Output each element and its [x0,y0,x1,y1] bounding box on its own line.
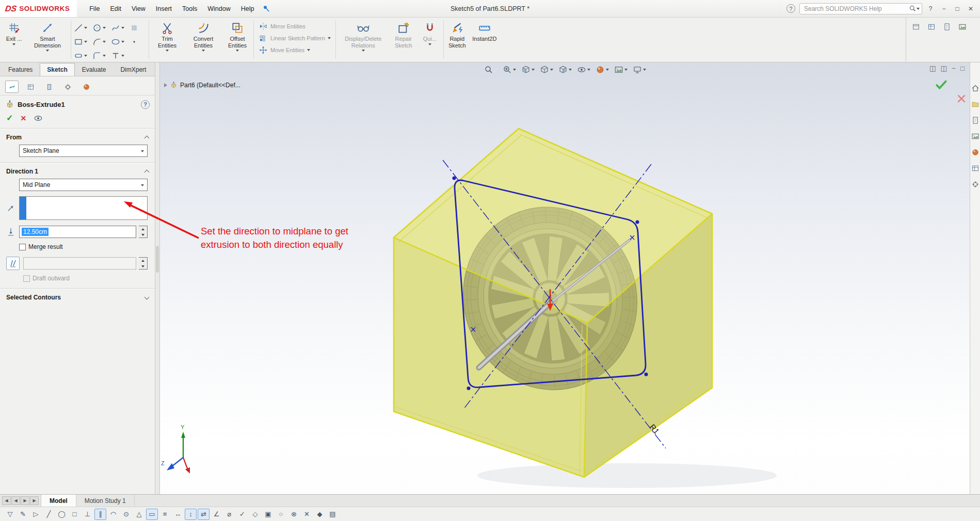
spline-tool-icon[interactable] [110,21,128,35]
motion-study-tab[interactable]: Motion Study 1 [76,495,135,507]
view-palette-icon[interactable] [971,132,979,140]
statusbar-tool-icon[interactable]: ▽ [4,509,16,520]
menu-help[interactable]: Help [236,3,260,14]
preview-eye-icon[interactable] [34,114,43,123]
close-button[interactable]: ✕ [967,5,975,12]
tab-configuration-manager[interactable] [79,81,93,93]
statusbar-tool-icon[interactable]: ✕ [301,509,313,520]
section-view-icon[interactable] [520,64,536,75]
menu-tools[interactable]: Tools [177,3,202,14]
statusbar-tool-icon[interactable]: ✓ [236,509,248,520]
cancel-button[interactable]: ✕ [20,114,26,122]
menu-view[interactable]: View [126,3,151,14]
model-tab[interactable]: Model [41,495,76,507]
restore-button[interactable]: □ [953,5,961,12]
statusbar-tool-icon[interactable]: ≡ [159,509,171,520]
statusbar-tool-icon[interactable]: ▤ [327,509,339,520]
display-delete-relations-button[interactable]: Display/Delete Relations [338,19,389,61]
direction1-section-header[interactable]: Direction 1 [0,164,155,178]
tab-property-manager[interactable] [5,81,19,93]
tree-expand-icon[interactable] [164,83,167,87]
search-options-caret-icon[interactable] [917,8,920,10]
ellipse-tool-icon[interactable] [110,35,128,49]
zoom-fit-icon[interactable] [483,64,499,75]
display-style-icon[interactable] [557,64,573,75]
expand-chevron-icon[interactable] [144,294,150,299]
move-entities-button[interactable]: Move Entities [255,44,334,56]
design-library-icon[interactable] [971,100,979,108]
view-orientation-icon[interactable] [538,64,555,75]
mirror-entities-button[interactable]: Mirror Entities [255,21,334,32]
hide-show-items-icon[interactable] [575,64,592,75]
menu-edit[interactable]: Edit [105,3,126,14]
ok-button[interactable]: ✓ [6,113,13,123]
sketch-grid-icon[interactable] [128,21,147,35]
depth-input[interactable]: 12.50cm [19,226,136,238]
quick-snaps-button[interactable]: Qui... [418,19,442,61]
statusbar-tool-icon[interactable]: □ [69,509,81,520]
forum-icon[interactable] [971,180,979,188]
point-tool-icon[interactable] [128,35,147,49]
tab-feature-manager[interactable] [24,81,37,93]
statusbar-tool-icon[interactable]: ◯ [56,509,68,520]
prev-tab-button[interactable]: ◀ [11,496,20,505]
line-tool-icon[interactable] [73,21,91,35]
convert-entities-button[interactable]: Convert Entities [184,19,223,61]
menu-insert[interactable]: Insert [151,3,177,14]
splitter-grip[interactable] [156,246,159,273]
merge-result-checkbox[interactable] [19,244,26,250]
direction-of-extrusion-box[interactable] [19,196,148,220]
instant2d-button[interactable]: Instant2D [469,19,500,61]
statusbar-tool-icon[interactable]: △ [133,509,145,520]
tab-dimxpert-manager[interactable] [42,81,56,93]
offset-entities-button[interactable]: Offset Entities [223,19,252,61]
appearances-icon[interactable] [971,148,979,156]
viewport-restore-icon[interactable]: □ [960,65,965,72]
statusbar-tool-icon[interactable]: ◠ [107,509,119,520]
feature-tree-flyout[interactable]: Part6 (Default<<Def... [164,81,240,89]
statusbar-tool-icon[interactable]: ∥ [94,509,106,520]
statusbar-tool-icon[interactable]: ▭ [146,509,158,520]
from-section-header[interactable]: From [0,130,155,144]
quick-snaps-caret-icon[interactable] [428,43,431,45]
convert-entities-caret-icon[interactable] [202,50,205,52]
statusbar-tool-icon[interactable]: ╱ [43,509,55,520]
panel-toggle-icon-3[interactable] [943,23,951,31]
zoom-area-icon[interactable] [501,64,518,75]
panel-toggle-icon-2[interactable] [927,23,936,31]
view-settings-icon[interactable] [631,64,648,75]
smart-dimension-caret-icon[interactable] [46,50,49,52]
part-tree-item[interactable]: Part6 (Default<<Def... [180,82,240,89]
viewport-minimize-icon[interactable]: − [952,65,956,72]
first-tab-button[interactable]: ◀ [2,496,11,505]
statusbar-tool-icon[interactable]: ⊥ [82,509,93,520]
draft-outward-checkbox[interactable] [23,275,30,282]
tab-display-manager[interactable] [61,81,74,93]
statusbar-tool-icon[interactable]: ◆ [314,509,326,520]
draft-on-off-button[interactable] [6,257,20,270]
display-delete-relations-caret-icon[interactable] [362,50,365,52]
statusbar-tool-icon[interactable]: ◇ [249,509,261,520]
statusbar-tool-icon[interactable]: ✎ [17,509,29,520]
viewport-split-icon[interactable]: ◫ [929,65,936,72]
collapse-chevron-icon[interactable] [144,136,150,141]
statusbar-tool-icon[interactable]: ⇄ [198,509,210,520]
from-plane-caret-icon[interactable] [141,150,144,152]
help-button[interactable]: ? [926,5,935,12]
trim-entities-caret-icon[interactable] [166,50,169,52]
tab-evaluate[interactable]: Evaluate [75,63,114,76]
feature-help-icon[interactable]: ? [141,100,150,109]
help-circle-icon[interactable]: ? [786,4,795,13]
depth-spinner[interactable] [139,226,148,238]
graphics-area[interactable]: R1 Y Z [160,62,970,494]
apply-scene-icon[interactable] [613,64,629,75]
end-condition-select[interactable]: Mid Plane [19,179,148,191]
selected-contours-header[interactable]: Selected Contours [0,290,155,304]
trim-entities-button[interactable]: Trim Entities [151,19,184,61]
tab-features[interactable]: Features [1,63,40,76]
edit-appearance-icon[interactable] [594,64,611,75]
from-plane-select[interactable]: Sketch Plane [19,145,148,157]
confirm-ok-corner-button[interactable] [935,78,948,91]
circle-tool-icon[interactable] [91,21,110,35]
statusbar-tool-icon[interactable]: ▣ [262,509,274,520]
